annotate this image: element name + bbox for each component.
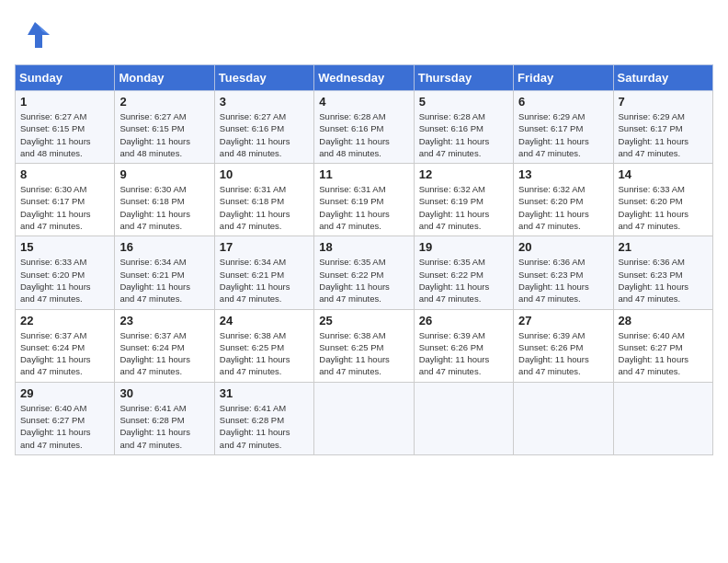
day-number: 28 bbox=[619, 314, 708, 327]
calendar-cell: 21Sunrise: 6:36 AMSunset: 6:23 PMDayligh… bbox=[613, 236, 712, 309]
day-number: 1 bbox=[20, 95, 109, 109]
day-info: Sunrise: 6:33 AMSunset: 6:20 PMDaylight:… bbox=[20, 256, 109, 304]
day-number: 14 bbox=[619, 167, 708, 181]
calendar-cell bbox=[314, 382, 414, 454]
calendar-cell: 5Sunrise: 6:28 AMSunset: 6:16 PMDaylight… bbox=[414, 91, 513, 164]
calendar-cell: 28Sunrise: 6:40 AMSunset: 6:27 PMDayligh… bbox=[613, 309, 712, 382]
calendar-cell: 14Sunrise: 6:33 AMSunset: 6:20 PMDayligh… bbox=[613, 164, 712, 236]
calendar-cell: 11Sunrise: 6:31 AMSunset: 6:19 PMDayligh… bbox=[314, 164, 414, 236]
calendar-cell: 4Sunrise: 6:28 AMSunset: 6:16 PMDaylight… bbox=[314, 91, 414, 164]
day-number: 24 bbox=[220, 314, 309, 327]
calendar-table: SundayMondayTuesdayWednesdayThursdayFrid… bbox=[15, 64, 713, 455]
day-info: Sunrise: 6:36 AMSunset: 6:23 PMDaylight:… bbox=[619, 256, 708, 304]
day-info: Sunrise: 6:27 AMSunset: 6:16 PMDaylight:… bbox=[220, 110, 309, 159]
day-info: Sunrise: 6:35 AMSunset: 6:22 PMDaylight:… bbox=[419, 256, 508, 304]
day-number: 31 bbox=[220, 386, 309, 400]
day-number: 6 bbox=[518, 95, 608, 109]
calendar-cell: 22Sunrise: 6:37 AMSunset: 6:24 PMDayligh… bbox=[16, 309, 115, 382]
day-info: Sunrise: 6:37 AMSunset: 6:24 PMDaylight:… bbox=[20, 329, 109, 378]
calendar-cell: 17Sunrise: 6:34 AMSunset: 6:21 PMDayligh… bbox=[214, 236, 313, 309]
calendar-cell: 13Sunrise: 6:32 AMSunset: 6:20 PMDayligh… bbox=[514, 164, 613, 236]
calendar-week-1: 1Sunrise: 6:27 AMSunset: 6:15 PMDaylight… bbox=[16, 91, 713, 164]
page-header bbox=[15, 15, 713, 55]
day-number: 9 bbox=[119, 167, 209, 181]
day-number: 18 bbox=[319, 240, 408, 254]
calendar-cell: 2Sunrise: 6:27 AMSunset: 6:15 PMDaylight… bbox=[115, 91, 214, 164]
calendar-cell: 15Sunrise: 6:33 AMSunset: 6:20 PMDayligh… bbox=[16, 236, 115, 309]
weekday-header-sunday: Sunday bbox=[16, 65, 115, 91]
calendar-cell: 25Sunrise: 6:38 AMSunset: 6:25 PMDayligh… bbox=[314, 309, 414, 382]
weekday-header-row: SundayMondayTuesdayWednesdayThursdayFrid… bbox=[16, 65, 713, 91]
day-number: 19 bbox=[419, 240, 508, 254]
calendar-cell bbox=[414, 382, 513, 454]
calendar-cell: 26Sunrise: 6:39 AMSunset: 6:26 PMDayligh… bbox=[414, 309, 513, 382]
day-number: 21 bbox=[619, 240, 708, 254]
day-info: Sunrise: 6:33 AMSunset: 6:20 PMDaylight:… bbox=[619, 183, 708, 232]
weekday-header-tuesday: Tuesday bbox=[214, 65, 313, 91]
calendar-week-2: 8Sunrise: 6:30 AMSunset: 6:17 PMDaylight… bbox=[16, 164, 713, 236]
calendar-cell: 10Sunrise: 6:31 AMSunset: 6:18 PMDayligh… bbox=[214, 164, 313, 236]
day-info: Sunrise: 6:30 AMSunset: 6:17 PMDaylight:… bbox=[20, 183, 109, 232]
day-number: 22 bbox=[20, 314, 109, 327]
day-number: 29 bbox=[20, 386, 109, 400]
calendar-cell: 19Sunrise: 6:35 AMSunset: 6:22 PMDayligh… bbox=[414, 236, 513, 309]
calendar-cell: 16Sunrise: 6:34 AMSunset: 6:21 PMDayligh… bbox=[115, 236, 214, 309]
calendar-week-4: 22Sunrise: 6:37 AMSunset: 6:24 PMDayligh… bbox=[16, 309, 713, 382]
day-number: 23 bbox=[119, 314, 209, 327]
day-info: Sunrise: 6:41 AMSunset: 6:28 PMDaylight:… bbox=[220, 402, 309, 451]
day-info: Sunrise: 6:34 AMSunset: 6:21 PMDaylight:… bbox=[220, 256, 309, 304]
day-number: 15 bbox=[20, 240, 109, 254]
calendar-cell bbox=[514, 382, 613, 454]
weekday-header-monday: Monday bbox=[115, 65, 214, 91]
calendar-cell: 12Sunrise: 6:32 AMSunset: 6:19 PMDayligh… bbox=[414, 164, 513, 236]
day-info: Sunrise: 6:39 AMSunset: 6:26 PMDaylight:… bbox=[518, 329, 608, 378]
day-info: Sunrise: 6:27 AMSunset: 6:15 PMDaylight:… bbox=[20, 110, 109, 159]
day-info: Sunrise: 6:38 AMSunset: 6:25 PMDaylight:… bbox=[220, 329, 309, 378]
calendar-cell: 8Sunrise: 6:30 AMSunset: 6:17 PMDaylight… bbox=[16, 164, 115, 236]
day-number: 12 bbox=[419, 167, 508, 181]
day-info: Sunrise: 6:31 AMSunset: 6:19 PMDaylight:… bbox=[319, 183, 408, 232]
day-number: 5 bbox=[419, 95, 508, 109]
day-info: Sunrise: 6:34 AMSunset: 6:21 PMDaylight:… bbox=[119, 256, 209, 304]
logo bbox=[15, 15, 57, 55]
weekday-header-thursday: Thursday bbox=[414, 65, 513, 91]
calendar-cell: 3Sunrise: 6:27 AMSunset: 6:16 PMDaylight… bbox=[214, 91, 313, 164]
day-number: 2 bbox=[119, 95, 209, 109]
day-info: Sunrise: 6:32 AMSunset: 6:20 PMDaylight:… bbox=[518, 183, 608, 232]
day-info: Sunrise: 6:30 AMSunset: 6:18 PMDaylight:… bbox=[119, 183, 209, 232]
calendar-cell: 9Sunrise: 6:30 AMSunset: 6:18 PMDaylight… bbox=[115, 164, 214, 236]
day-number: 30 bbox=[119, 386, 209, 400]
calendar-cell: 6Sunrise: 6:29 AMSunset: 6:17 PMDaylight… bbox=[514, 91, 613, 164]
day-number: 10 bbox=[220, 167, 309, 181]
calendar-cell: 30Sunrise: 6:41 AMSunset: 6:28 PMDayligh… bbox=[115, 382, 214, 454]
day-number: 8 bbox=[20, 167, 109, 181]
day-info: Sunrise: 6:28 AMSunset: 6:16 PMDaylight:… bbox=[419, 110, 508, 159]
weekday-header-wednesday: Wednesday bbox=[314, 65, 414, 91]
day-info: Sunrise: 6:35 AMSunset: 6:22 PMDaylight:… bbox=[319, 256, 408, 304]
day-number: 13 bbox=[518, 167, 608, 181]
day-number: 17 bbox=[220, 240, 309, 254]
calendar-cell: 27Sunrise: 6:39 AMSunset: 6:26 PMDayligh… bbox=[514, 309, 613, 382]
day-info: Sunrise: 6:32 AMSunset: 6:19 PMDaylight:… bbox=[419, 183, 508, 232]
day-number: 27 bbox=[518, 314, 608, 327]
day-info: Sunrise: 6:37 AMSunset: 6:24 PMDaylight:… bbox=[119, 329, 209, 378]
weekday-header-friday: Friday bbox=[514, 65, 613, 91]
calendar-cell: 29Sunrise: 6:40 AMSunset: 6:27 PMDayligh… bbox=[16, 382, 115, 454]
calendar-cell: 31Sunrise: 6:41 AMSunset: 6:28 PMDayligh… bbox=[214, 382, 313, 454]
calendar-cell: 1Sunrise: 6:27 AMSunset: 6:15 PMDaylight… bbox=[16, 91, 115, 164]
day-info: Sunrise: 6:38 AMSunset: 6:25 PMDaylight:… bbox=[319, 329, 408, 378]
day-info: Sunrise: 6:28 AMSunset: 6:16 PMDaylight:… bbox=[319, 110, 408, 159]
day-info: Sunrise: 6:36 AMSunset: 6:23 PMDaylight:… bbox=[518, 256, 608, 304]
day-info: Sunrise: 6:31 AMSunset: 6:18 PMDaylight:… bbox=[220, 183, 309, 232]
calendar-cell: 23Sunrise: 6:37 AMSunset: 6:24 PMDayligh… bbox=[115, 309, 214, 382]
calendar-cell: 24Sunrise: 6:38 AMSunset: 6:25 PMDayligh… bbox=[214, 309, 313, 382]
day-number: 26 bbox=[419, 314, 508, 327]
calendar-cell: 18Sunrise: 6:35 AMSunset: 6:22 PMDayligh… bbox=[314, 236, 414, 309]
calendar-cell: 7Sunrise: 6:29 AMSunset: 6:17 PMDaylight… bbox=[613, 91, 712, 164]
day-number: 4 bbox=[319, 95, 408, 109]
day-number: 3 bbox=[220, 95, 309, 109]
calendar-week-3: 15Sunrise: 6:33 AMSunset: 6:20 PMDayligh… bbox=[16, 236, 713, 309]
day-info: Sunrise: 6:40 AMSunset: 6:27 PMDaylight:… bbox=[20, 402, 109, 451]
day-info: Sunrise: 6:41 AMSunset: 6:28 PMDaylight:… bbox=[119, 402, 209, 451]
day-info: Sunrise: 6:29 AMSunset: 6:17 PMDaylight:… bbox=[518, 110, 608, 159]
